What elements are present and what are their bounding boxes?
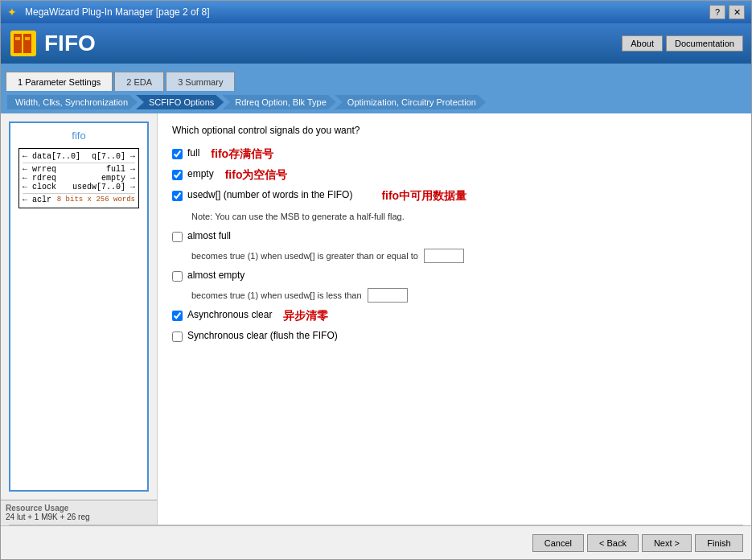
next-button[interactable]: Next > xyxy=(642,534,692,552)
checkbox-full[interactable] xyxy=(172,149,183,159)
breadcrumb-scfifo[interactable]: SCFIFO Options xyxy=(136,95,224,109)
checkbox-async-clear[interactable] xyxy=(172,311,183,321)
window-title: MegaWizard Plug-In Manager [page 2 of 8] xyxy=(25,6,209,18)
right-panel: Which optional control signals do you wa… xyxy=(158,113,751,525)
option-empty-annotation: fifo为空信号 xyxy=(225,168,288,183)
close-button[interactable]: ✕ xyxy=(729,5,745,19)
option-async-clear-label: Asynchronous clear xyxy=(187,309,272,320)
tab-param-label: 1 Parameter Settings xyxy=(18,77,101,87)
breadcrumb-optim[interactable]: Optimization, Circuitry Protection xyxy=(335,95,486,109)
resource-usage-title: Resource Usage xyxy=(6,504,152,513)
signal-aclr: ← aclr xyxy=(23,196,51,204)
tab-parameter-settings[interactable]: 1 Parameter Settings xyxy=(6,72,113,91)
almost-empty-input[interactable] xyxy=(368,288,408,303)
documentation-button[interactable]: Documentation xyxy=(666,35,743,51)
fifo-diagram: fifo ← data[7..0] q[7..0] → ← wrreq full… xyxy=(9,121,149,492)
tab-summary-label: 3 Summary xyxy=(178,77,223,87)
breadcrumb-rdreq[interactable]: Rdreq Option, Blk Type xyxy=(222,95,336,109)
main-window: ✦ MegaWizard Plug-In Manager [page 2 of … xyxy=(0,0,752,560)
signal-q-right: q[7..0] → xyxy=(92,152,135,161)
option-almost-full-row: almost full xyxy=(172,230,737,242)
option-async-clear-row: Asynchronous clear 异步清零 xyxy=(172,309,737,323)
svg-rect-4 xyxy=(25,37,30,40)
tab-eda[interactable]: 2 EDA xyxy=(114,72,164,91)
option-almost-empty-label: almost empty xyxy=(187,270,245,281)
panel-question: Which optional control signals do you wa… xyxy=(172,125,737,136)
option-almost-full-container: almost full becomes true (1) when usedw[… xyxy=(172,230,737,263)
fifo-logo xyxy=(9,29,38,58)
header-bar: FIFO About Documentation xyxy=(1,23,751,64)
tabs-bar: 1 Parameter Settings 2 EDA 3 Summary xyxy=(1,64,751,91)
option-empty-row: empty fifo为空信号 xyxy=(172,168,737,183)
fifo-diagram-title: fifo xyxy=(17,130,141,142)
help-button[interactable]: ? xyxy=(709,5,725,19)
signal-data-left: ← data[7..0] xyxy=(23,152,80,161)
breadcrumb-scfifo-label: SCFIFO Options xyxy=(149,97,214,107)
option-empty-label: empty xyxy=(187,168,214,179)
checkbox-sync-clear[interactable] xyxy=(172,331,183,342)
option-almost-empty-sub: becomes true (1) when usedw[] is less th… xyxy=(191,288,737,303)
finish-button[interactable]: Finish xyxy=(695,534,743,552)
breadcrumb-width[interactable]: Width, Clks, Synchronization xyxy=(7,95,138,109)
size-label: 8 bits x 256 words xyxy=(57,196,135,204)
breadcrumb-bar: Width, Clks, Synchronization SCFIFO Opti… xyxy=(1,91,751,113)
checkbox-almost-empty[interactable] xyxy=(172,271,183,282)
svg-rect-2 xyxy=(23,34,31,53)
option-usedw-row: usedw[] (number of words in the FIFO) fi… xyxy=(172,189,737,204)
svg-rect-1 xyxy=(14,34,22,53)
signal-full-right: full → xyxy=(106,165,135,174)
option-full-annotation: fifo存满信号 xyxy=(211,147,273,162)
option-full-label: full xyxy=(187,147,199,159)
breadcrumb-width-label: Width, Clks, Synchronization xyxy=(15,97,128,107)
about-button[interactable]: About xyxy=(622,35,663,51)
signal-usedw-right: usedw[7..0] → xyxy=(72,183,135,191)
breadcrumb-rdreq-label: Rdreq Option, Blk Type xyxy=(235,97,327,107)
signal-rdreq-left: ← rdreq xyxy=(23,174,56,183)
option-sync-clear-row: Synchronous clear (flush the FIFO) xyxy=(172,330,737,342)
checkbox-empty[interactable] xyxy=(172,170,183,180)
option-usedw-label: usedw[] (number of words in the FIFO) xyxy=(187,189,352,200)
app-icon: ✦ xyxy=(7,6,20,19)
option-usedw-subnote-text: Note: You can use the MSB to generate a … xyxy=(191,212,405,221)
title-bar: ✦ MegaWizard Plug-In Manager [page 2 of … xyxy=(1,1,751,23)
signal-wrreq-left: ← wrreq xyxy=(23,165,56,174)
option-sync-clear-label: Synchronous clear (flush the FIFO) xyxy=(187,330,338,341)
app-title: FIFO xyxy=(44,31,96,56)
option-usedw-container: usedw[] (number of words in the FIFO) fi… xyxy=(172,189,737,224)
checkbox-almost-full[interactable] xyxy=(172,232,183,242)
header-buttons: About Documentation xyxy=(622,35,743,51)
resource-usage: Resource Usage 24 lut + 1 M9K + 26 reg xyxy=(1,500,157,525)
title-controls: ? ✕ xyxy=(709,5,745,19)
main-content: fifo ← data[7..0] q[7..0] → ← wrreq full… xyxy=(1,113,751,525)
option-almost-empty-container: almost empty becomes true (1) when usedw… xyxy=(172,270,737,303)
option-almost-empty-row: almost empty xyxy=(172,270,737,282)
option-almost-full-note: becomes true (1) when usedw[] is greater… xyxy=(191,251,418,261)
cancel-button[interactable]: Cancel xyxy=(532,534,584,552)
almost-full-input[interactable] xyxy=(424,249,464,263)
option-almost-empty-note: becomes true (1) when usedw[] is less th… xyxy=(191,290,362,300)
signal-empty-right: empty → xyxy=(101,174,135,183)
svg-rect-3 xyxy=(15,37,20,40)
option-almost-full-sub: becomes true (1) when usedw[] is greater… xyxy=(191,249,737,263)
header-title: FIFO xyxy=(9,29,96,58)
signal-clock-left: ← clock xyxy=(23,183,56,191)
option-usedw-annotation: fifo中可用数据量 xyxy=(381,189,466,204)
option-async-clear-annotation: 异步清零 xyxy=(283,309,328,323)
option-usedw-subnote: Note: You can use the MSB to generate a … xyxy=(191,210,737,224)
title-bar-left: ✦ MegaWizard Plug-In Manager [page 2 of … xyxy=(7,6,209,19)
tab-eda-label: 2 EDA xyxy=(126,77,152,87)
option-almost-full-label: almost full xyxy=(187,230,231,241)
breadcrumb-optim-label: Optimization, Circuitry Protection xyxy=(347,97,476,107)
tab-summary[interactable]: 3 Summary xyxy=(166,72,235,91)
resource-usage-value: 24 lut + 1 M9K + 26 reg xyxy=(6,513,152,521)
checkbox-usedw[interactable] xyxy=(172,191,183,201)
option-full-row: full fifo存满信号 xyxy=(172,147,737,162)
back-button[interactable]: < Back xyxy=(587,534,639,552)
left-panel: fifo ← data[7..0] q[7..0] → ← wrreq full… xyxy=(1,113,158,525)
bottom-bar: Cancel < Back Next > Finish xyxy=(1,525,751,559)
